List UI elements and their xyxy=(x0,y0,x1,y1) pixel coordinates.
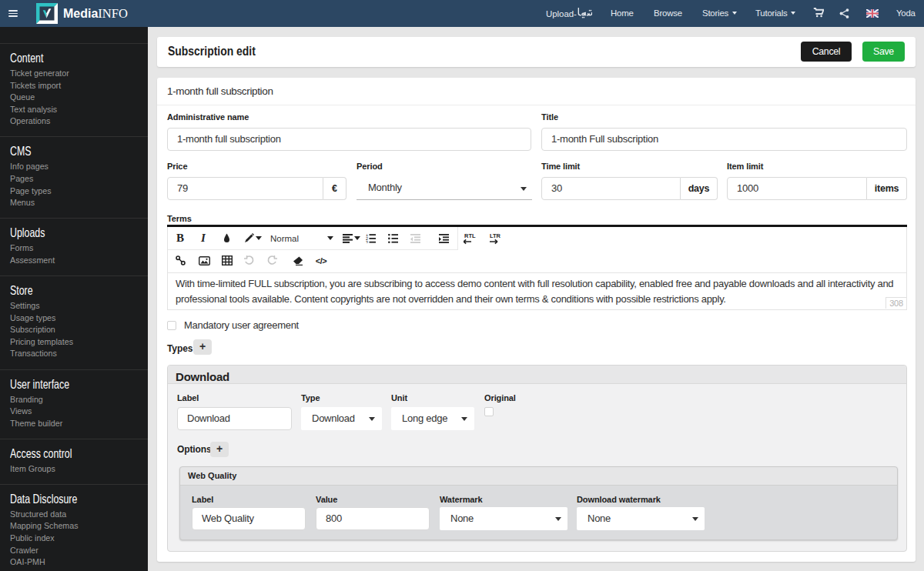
svg-text:LTR: LTR xyxy=(490,232,501,239)
svg-text:3: 3 xyxy=(366,240,368,243)
svg-text:RTL: RTL xyxy=(464,232,476,239)
